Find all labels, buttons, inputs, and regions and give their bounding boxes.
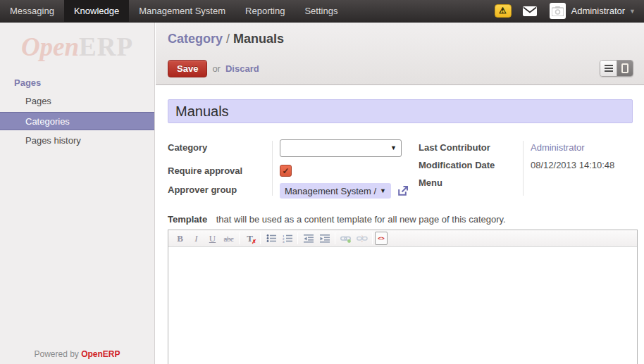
breadcrumb-separator: / <box>223 32 233 46</box>
sidebar-item-categories[interactable]: Categories <box>0 112 154 130</box>
navbar-right: ⚠ Administrator ▼ <box>495 0 644 23</box>
brand-link[interactable]: OpenERP <box>81 349 120 359</box>
underline-icon[interactable]: U <box>204 232 221 245</box>
or-label: or <box>212 63 221 74</box>
top-navbar: Messaging Knowledge Management System Re… <box>0 0 644 23</box>
breadcrumb-category-link[interactable]: Category <box>168 32 223 46</box>
form-view-icon <box>621 63 628 73</box>
toolbar-separator <box>297 232 298 244</box>
template-editor: B I U abc T✗ 123 <box>168 230 638 364</box>
toolbar-separator <box>260 232 261 244</box>
sidebar-item-pages-history[interactable]: Pages history <box>0 132 154 150</box>
list-view-icon <box>605 65 613 72</box>
category-form: Category ▼ Require approval ✓ <box>156 85 644 364</box>
logo-erp-text: ERP <box>79 32 133 61</box>
template-header: Template that will be used as a content … <box>168 214 633 225</box>
last-contributor-link[interactable]: Administrator <box>531 139 585 153</box>
powered-by-text: Powered by <box>34 349 78 359</box>
logo-open-text: Open <box>21 32 79 61</box>
breadcrumb-current: Manuals <box>233 32 284 46</box>
main-menu: Messaging Knowledge Management System Re… <box>0 0 347 23</box>
unlink-icon[interactable] <box>354 232 370 245</box>
toolbar-separator <box>335 232 335 244</box>
view-source-icon[interactable]: <> <box>375 232 388 245</box>
nav-item-messaging[interactable]: Messaging <box>0 0 64 23</box>
unordered-list-icon[interactable] <box>263 232 279 245</box>
bold-icon[interactable]: B <box>172 232 188 245</box>
italic-icon[interactable]: I <box>188 232 204 245</box>
open-record-icon[interactable] <box>397 185 409 197</box>
view-switcher <box>600 60 633 77</box>
template-description: that will be used as a content template … <box>216 214 506 225</box>
category-name-input[interactable] <box>168 99 633 123</box>
insert-link-icon[interactable] <box>338 232 354 245</box>
field-grid: Category ▼ Require approval ✓ <box>168 139 633 199</box>
sidebar: OpenERP Pages Pages Categories Pages his… <box>0 23 155 364</box>
template-label: Template <box>168 214 207 225</box>
strikethrough-icon[interactable]: abc <box>221 232 237 245</box>
breadcrumb: Category/Manuals <box>168 32 284 46</box>
editor-content[interactable] <box>168 247 637 364</box>
ordered-list-icon[interactable]: 123 <box>279 232 295 245</box>
nav-item-settings[interactable]: Settings <box>295 0 347 23</box>
camera-icon <box>552 6 564 16</box>
category-select[interactable]: ▼ <box>280 139 402 157</box>
field-label-require-approval: Require approval <box>168 163 272 176</box>
list-view-button[interactable] <box>600 61 617 76</box>
select-caret-icon: ▼ <box>380 187 386 194</box>
toolbar-separator <box>239 232 240 244</box>
approver-group-value: Management System / <box>285 186 376 196</box>
field-label-category: Category <box>168 139 272 153</box>
powered-by: Powered by OpenERP <box>0 349 154 359</box>
nav-item-knowledge[interactable]: Knowledge <box>64 0 129 23</box>
chevron-down-icon[interactable]: ▼ <box>629 8 636 15</box>
sidebar-item-pages[interactable]: Pages <box>0 92 154 111</box>
field-label-modification-date: Modification Date <box>419 157 523 170</box>
envelope-icon[interactable] <box>523 6 537 16</box>
editor-toolbar: B I U abc T✗ 123 <box>168 230 637 247</box>
require-approval-checkbox[interactable]: ✓ <box>280 165 292 177</box>
user-menu[interactable]: Administrator <box>571 6 626 16</box>
field-column-left: Category ▼ Require approval ✓ <box>168 139 413 199</box>
outdent-icon[interactable] <box>300 232 316 245</box>
content-header: Category/Manuals Save or Discard <box>156 23 644 85</box>
form-view-button[interactable] <box>617 61 633 76</box>
field-column-right: Last Contributor Administrator Modificat… <box>419 139 633 199</box>
field-label-approver-group: Approver group <box>168 182 272 195</box>
nav-item-management-system[interactable]: Management System <box>129 0 235 23</box>
approver-group-select[interactable]: Management System / ▼ <box>280 183 391 199</box>
field-label-menu: Menu <box>419 175 523 188</box>
warning-icon[interactable]: ⚠ <box>495 4 512 18</box>
sidebar-section-pages: Pages <box>14 77 154 88</box>
remove-format-icon[interactable]: T✗ <box>242 232 258 245</box>
nav-item-reporting[interactable]: Reporting <box>235 0 295 23</box>
indent-icon[interactable] <box>316 232 333 245</box>
toolbar-separator <box>372 232 373 244</box>
form-actions: Save or Discard <box>168 60 259 77</box>
openerp-logo: OpenERP <box>0 32 154 62</box>
svg-text:3: 3 <box>283 240 285 243</box>
app-window: Messaging Knowledge Management System Re… <box>0 0 644 364</box>
avatar[interactable] <box>550 3 566 19</box>
select-caret-icon: ▼ <box>390 144 397 151</box>
discard-link[interactable]: Discard <box>225 63 259 74</box>
save-button[interactable]: Save <box>168 60 207 77</box>
main-content: Category/Manuals Save or Discard <box>156 23 644 364</box>
field-label-last-contributor: Last Contributor <box>419 139 523 153</box>
modification-date-value: 08/12/2013 14:10:48 <box>531 157 614 170</box>
